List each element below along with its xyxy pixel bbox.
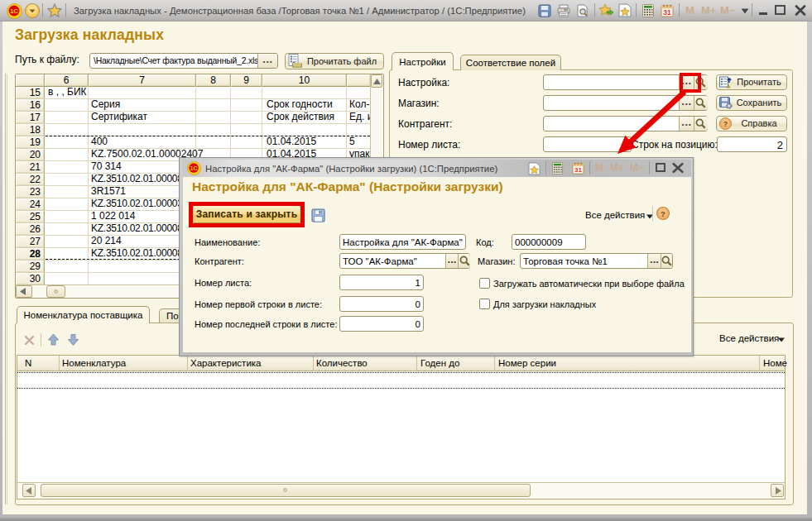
- svg-text:1С: 1С: [190, 165, 197, 172]
- svg-text:1С: 1С: [10, 7, 18, 15]
- svg-text:31: 31: [574, 166, 582, 174]
- svg-text:31: 31: [663, 8, 671, 17]
- svg-text:?: ?: [661, 209, 665, 218]
